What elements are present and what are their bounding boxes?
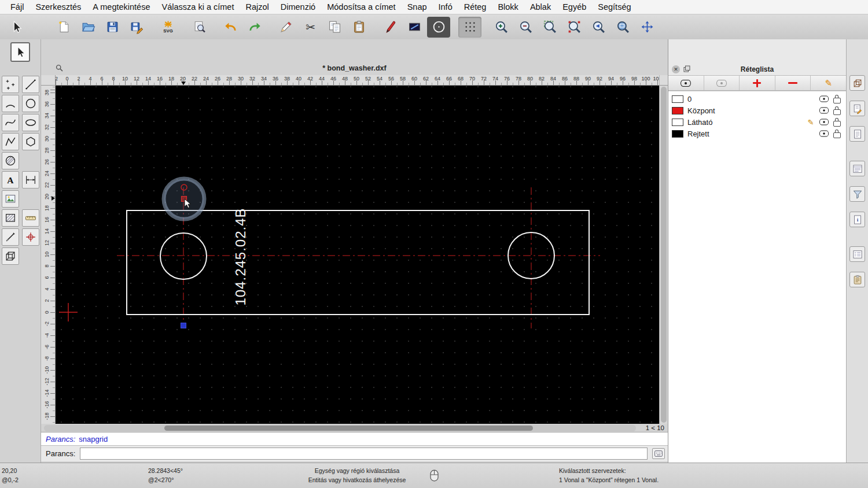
hatch-tool-button[interactable] [2, 209, 19, 227]
polygon-tool-button[interactable] [22, 133, 39, 150]
main-toolbar: SVG✂ [0, 14, 868, 40]
zoom-out-button[interactable] [514, 17, 537, 38]
save-as-button[interactable] [125, 17, 148, 38]
pen-button[interactable] [378, 17, 402, 38]
layer-name: 0 [687, 95, 803, 103]
horizontal-scrollbar-thumb[interactable] [164, 426, 533, 431]
export-svg-button[interactable]: SVG [156, 17, 179, 38]
ruler-label: 96 [617, 76, 628, 82]
menu-fájl[interactable]: Fájl [5, 0, 30, 14]
command-widget-panel-button[interactable] [849, 126, 865, 142]
layer-row-látható[interactable]: Látható✎ [668, 116, 846, 128]
snap-cross-tool-button[interactable] [22, 228, 39, 246]
circle-tool-button[interactable] [22, 95, 39, 112]
command-input[interactable] [80, 448, 648, 460]
hatch-region-tool-button[interactable] [2, 152, 19, 169]
part-number-label[interactable]: 104.245.02.4B [233, 208, 248, 305]
eye-dim-icon [716, 80, 727, 87]
drawing-canvas[interactable]: 104.245.02.4B [56, 86, 659, 424]
new-document-button[interactable] [52, 17, 75, 38]
point-tools-tool-button[interactable] [2, 76, 19, 93]
attributes-button[interactable] [403, 17, 426, 38]
zoom-selected-button[interactable] [562, 17, 586, 38]
entity-filter-panel-button[interactable] [849, 186, 865, 202]
zoom-auto-button[interactable] [538, 17, 561, 38]
menubar: FájlSzerkesztésA megtekintéseVálassza ki… [0, 0, 868, 14]
paste-button[interactable] [347, 17, 370, 38]
layer-visibility-eye-icon[interactable] [819, 119, 829, 125]
snap-grid-button[interactable] [458, 17, 481, 38]
quick-info-panel-button[interactable]: i [849, 212, 865, 227]
menu-szerkesztés[interactable]: Szerkesztés [30, 0, 87, 14]
spline-tool-button[interactable] [2, 114, 19, 131]
layer-list-panel-button[interactable] [849, 161, 865, 176]
layer-lock-icon[interactable] [833, 132, 841, 138]
toggle-all-layers-visibility-button[interactable] [668, 76, 704, 90]
zoom-in-button[interactable] [490, 17, 513, 38]
toggle-unused-layers-visibility-button[interactable] [704, 76, 740, 90]
block-list-panel-button[interactable] [849, 75, 865, 91]
selection-tool-button[interactable] [10, 42, 30, 62]
zoom-pan-button[interactable] [635, 17, 659, 38]
menu-a-megtekintése[interactable]: A megtekintése [87, 0, 156, 14]
keyboard-toggle-button[interactable] [652, 448, 665, 459]
polyline-tool-button[interactable] [2, 133, 19, 150]
copy-button[interactable] [323, 17, 346, 38]
layer-name: Rejtett [687, 130, 803, 138]
layer-visibility-eye-icon[interactable] [819, 108, 829, 114]
circle-tool-button[interactable] [427, 17, 450, 38]
layer-lock-icon[interactable] [833, 121, 841, 127]
menu-infó[interactable]: Infó [433, 0, 458, 14]
menu-réteg[interactable]: Réteg [458, 0, 492, 14]
modify-tool-button[interactable] [2, 228, 19, 246]
cut-button[interactable]: ✂ [299, 17, 322, 38]
menu-dimenzió[interactable]: Dimenzió [275, 0, 321, 14]
dimension-tool-button[interactable] [22, 171, 39, 188]
layer-lock-icon[interactable] [833, 98, 841, 103]
selection-cursor-button[interactable] [5, 17, 28, 38]
zoom-previous-button[interactable] [587, 17, 610, 38]
layer-visibility-eye-icon[interactable] [819, 96, 829, 102]
measure-tool-button[interactable] [22, 209, 39, 227]
ruler-label: 38 [282, 76, 292, 82]
layer-row-rejtett[interactable]: Rejtett [668, 128, 846, 139]
menu-rajzol[interactable]: Rajzol [240, 0, 274, 14]
menu-módosítsa-a-címet[interactable]: Módosítsa a címet [321, 0, 401, 14]
property-editor-panel-button[interactable] [849, 246, 865, 262]
menu-blokk[interactable]: Blokk [492, 0, 524, 14]
menu-ablak[interactable]: Ablak [524, 0, 557, 14]
washer-outline-rect[interactable] [127, 210, 589, 315]
selection-handle[interactable] [181, 323, 186, 328]
remove-layer-button[interactable] [775, 76, 811, 90]
arc-tool-button[interactable] [2, 95, 19, 112]
open-document-button[interactable] [76, 17, 100, 38]
save-document-button[interactable] [101, 17, 124, 38]
undo-button[interactable] [219, 17, 242, 38]
ruler-label: 78 [513, 76, 524, 82]
edit-pencil-button[interactable] [274, 17, 297, 38]
image-tool-button[interactable] [2, 190, 19, 208]
box-3d-tool-button[interactable] [2, 247, 19, 265]
clipboard-panel-button[interactable] [849, 272, 865, 287]
layer-row-központ[interactable]: Központ [668, 105, 846, 116]
layer-visibility-eye-icon[interactable] [819, 131, 829, 137]
print-preview-button[interactable] [187, 17, 211, 38]
menu-segítség[interactable]: Segítség [592, 0, 637, 14]
ellipse-tool-button[interactable] [22, 114, 39, 131]
redo-button[interactable] [243, 17, 266, 38]
edit-layer-button[interactable]: ✎ [811, 76, 846, 90]
vertical-scrollbar-thumb[interactable] [661, 87, 667, 423]
horizontal-scrollbar[interactable] [44, 425, 636, 431]
add-layer-button[interactable] [740, 76, 775, 90]
menu-válassza-ki-a-címet[interactable]: Válassza ki a címet [156, 0, 240, 14]
document-titlebar: * bond_washer.dxf [41, 61, 668, 75]
layer-row-0[interactable]: 0 [668, 93, 846, 105]
zoom-window-button[interactable] [611, 17, 634, 38]
library-browser-panel-button[interactable] [849, 101, 865, 116]
line-tool-button[interactable] [22, 76, 39, 93]
menu-snap[interactable]: Snap [402, 0, 433, 14]
text-tool-button[interactable]: A [2, 171, 19, 188]
vertical-scrollbar[interactable] [659, 86, 668, 424]
menu-egyéb[interactable]: Egyéb [557, 0, 592, 14]
layer-lock-icon[interactable] [833, 109, 841, 115]
